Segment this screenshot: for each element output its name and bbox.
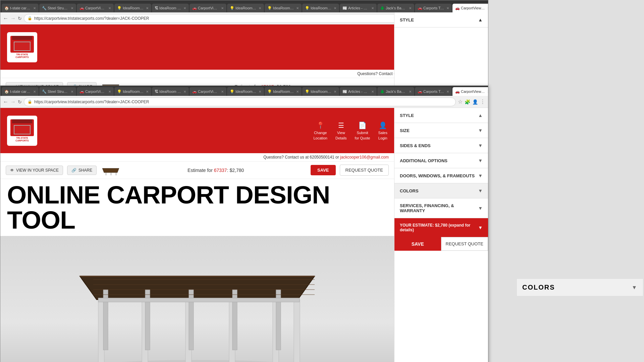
tab2-carportview1[interactable]: 🚗CarportView 3 C...✕ xyxy=(77,87,114,96)
tab2-carports-too[interactable]: 🚗Carports Too✕ xyxy=(415,87,452,96)
sides-ends-header[interactable]: SIDES & ENDS ▼ xyxy=(394,138,488,153)
doors-windows-header[interactable]: DOORS, WINDOWS, & FRAMEOUTS ▼ xyxy=(394,168,488,183)
logo-text: TRI-STATECARPORTS xyxy=(15,53,29,58)
tab-articles[interactable]: 📰Articles - Jack...✕ xyxy=(340,4,377,12)
tab-steel[interactable]: 🔧Steel Structu...✕ xyxy=(39,4,76,12)
colors-label-overlay: COLORS ▼ xyxy=(517,279,643,296)
estimate-bar[interactable]: YOUR ESTIMATE: $2,780 (expand for detail… xyxy=(394,218,488,237)
tab2-idearoom2[interactable]: 🏗IdeaRoom 3D Co...✕ xyxy=(152,87,189,96)
tab-idearoom1[interactable]: 💡IdeaRoom | P...✕ xyxy=(114,4,151,12)
tab2-jacks-backya[interactable]: 🌲Jack's Backya...✕ xyxy=(377,87,414,96)
tab-idearoom5[interactable]: 💡IdeaRoom 3D Co...✕ xyxy=(302,4,339,12)
tab2-steel[interactable]: 🔧Steel Structu...✕ xyxy=(39,87,76,96)
back-button-2[interactable]: ← xyxy=(3,99,8,105)
svg-rect-7 xyxy=(111,173,111,175)
estimate-display-2: Estimate for 67337: $2,780 xyxy=(187,168,244,173)
view-space-icon-2: 👁 xyxy=(10,168,14,173)
logo-2[interactable]: TRI-STATECARPORTS xyxy=(7,116,37,146)
view-in-space-button-2[interactable]: 👁 VIEW IN YOUR SPACE xyxy=(6,166,63,175)
tab-carportview2[interactable]: 🚗CarportView 3D C...✕ xyxy=(190,4,226,12)
address-bar-2[interactable]: 🔒 https://carportview.tristatecarports.c… xyxy=(24,98,456,106)
svg-rect-17 xyxy=(294,300,300,362)
tab2-carportview2[interactable]: 🚗CarportView 3D C...✕ xyxy=(190,87,226,96)
profile-button-2[interactable]: 👤 xyxy=(472,99,478,105)
svg-rect-6 xyxy=(106,173,106,175)
settings-button-2[interactable]: ⋮ xyxy=(480,99,485,105)
url-text: https://carportview.tristatecarports.com… xyxy=(34,16,149,21)
additional-chevron: ▼ xyxy=(478,158,483,163)
share-icon-2: 🔗 xyxy=(71,168,76,173)
svg-marker-5 xyxy=(102,168,119,173)
nav2-submit-quote[interactable]: 📄 Submit for Quote xyxy=(355,121,370,140)
size-section-header[interactable]: SIZE ▼ xyxy=(394,123,488,138)
tab-carportview-active[interactable]: 🚗CarportView 3D...✕ xyxy=(452,4,488,12)
colors-section-header[interactable]: COLORS ▼ xyxy=(394,183,488,198)
carport-viewer[interactable] xyxy=(0,236,394,362)
tab2-idearoom4[interactable]: 💡IdeaRoom 3D Co...✕ xyxy=(265,87,302,96)
address-bar[interactable]: 🔒 https://carportview.tristatecarports.c… xyxy=(24,14,456,23)
sides-chevron: ▼ xyxy=(478,143,483,148)
tab2-idearoom5[interactable]: 💡IdeaRoom 3D Co...✕ xyxy=(302,87,339,96)
svg-rect-23 xyxy=(98,298,300,302)
share-button-2[interactable]: 🔗 SHARE xyxy=(67,166,97,175)
toolbar2-mini-preview xyxy=(101,164,121,176)
svg-rect-8 xyxy=(116,173,116,175)
tab2-carportview-active[interactable]: 🚗CarportView 3D...✕ xyxy=(452,87,488,96)
tab-idearoom2[interactable]: 🏗IdeaRoom 3D Co...✕ xyxy=(152,4,189,12)
tab-idearoom4[interactable]: 💡IdeaRoom 3D Co...✕ xyxy=(265,4,302,12)
svg-point-9 xyxy=(70,360,325,362)
logo-text-2: TRI-STATECARPORTS xyxy=(15,137,29,142)
style-section-header-2[interactable]: STYLE ▲ xyxy=(394,108,488,123)
style-section-header[interactable]: STYLE ▲ xyxy=(394,12,488,27)
estimate-chevron: ▼ xyxy=(478,225,483,230)
tab2-t-state[interactable]: 🏠t-state carpo...✕ xyxy=(2,87,39,96)
questions-bar-2: Questions? Contact us at 62050500141 or … xyxy=(0,153,394,162)
tab2-idearoom1[interactable]: 💡IdeaRoom | P...✕ xyxy=(114,87,151,96)
tab-carportview1[interactable]: 🚗CarportView 3 C...✕ xyxy=(77,4,114,12)
right-panel: STYLE ▲ SIZE ▼ SIDES & ENDS ▼ xyxy=(394,108,488,362)
url-text-2: https://carportview.tristatecarports.com… xyxy=(34,100,149,104)
panel-save-button[interactable]: SAVE xyxy=(394,237,441,251)
tab-carports-too[interactable]: 🚗Carports Too✕ xyxy=(415,4,452,12)
reload-button-2[interactable]: ↻ xyxy=(18,99,22,105)
zip-link-2[interactable]: 67337 xyxy=(214,168,227,173)
request-quote-button-2[interactable]: REQUEST QUOTE xyxy=(340,165,389,176)
services-header[interactable]: SERVICES, FINANCING, & WARRANTY ▼ xyxy=(394,198,488,218)
tab2-idearoom3[interactable]: 💡IdeaRoom 3D Co...✕ xyxy=(227,87,264,96)
extensions-button-2[interactable]: 🧩 xyxy=(465,99,470,105)
bookmark-button-2[interactable]: ☆ xyxy=(458,99,463,105)
style-chevron-2: ▲ xyxy=(478,113,483,118)
forward-button-2[interactable]: → xyxy=(10,99,16,105)
doors-chevron: ▼ xyxy=(478,173,483,178)
contact-email-2[interactable]: jackcooper106@gmail.com xyxy=(340,155,389,160)
logo[interactable]: TRI-STATECARPORTS xyxy=(7,32,37,62)
back-button[interactable]: ← xyxy=(3,15,8,21)
reload-button[interactable]: ↻ xyxy=(18,16,22,21)
colors-chevron: ▼ xyxy=(478,188,483,193)
lock-icon-2: 🔒 xyxy=(28,100,32,104)
save-button-2[interactable]: SAVE xyxy=(311,165,335,175)
design-tool-heading: ONLINE CARPORT DESIGN TOOL xyxy=(0,179,394,236)
tab-t-state[interactable]: 🏠t-state carpo...✕ xyxy=(2,4,39,12)
panel-request-quote-button[interactable]: REQUEST QUOTE xyxy=(441,237,488,251)
nav2-sales-login[interactable]: 👤 Sales Login xyxy=(378,121,387,140)
services-chevron: ▼ xyxy=(478,205,483,211)
tab-jacks-backya[interactable]: 🌲Jack's Backya...✕ xyxy=(377,4,414,12)
tab-idearoom3[interactable]: 💡IdeaRoom 3D Co...✕ xyxy=(227,4,264,12)
colors-overlay-chevron: ▼ xyxy=(632,285,638,291)
nav2-change-location[interactable]: 📍 Change Location xyxy=(313,121,327,140)
nav2-view-details[interactable]: ☰ View Details xyxy=(335,121,347,140)
panel-bottom-buttons: SAVE REQUEST QUOTE xyxy=(394,237,488,251)
forward-button[interactable]: → xyxy=(10,15,16,21)
lock-icon: 🔒 xyxy=(28,16,32,20)
additional-options-header[interactable]: ADDITIONAL OPTIONS ▼ xyxy=(394,153,488,168)
size-chevron: ▼ xyxy=(478,128,483,133)
style-chevron: ▲ xyxy=(478,17,483,22)
tab2-articles[interactable]: 📰Articles - Jack...✕ xyxy=(340,87,377,96)
